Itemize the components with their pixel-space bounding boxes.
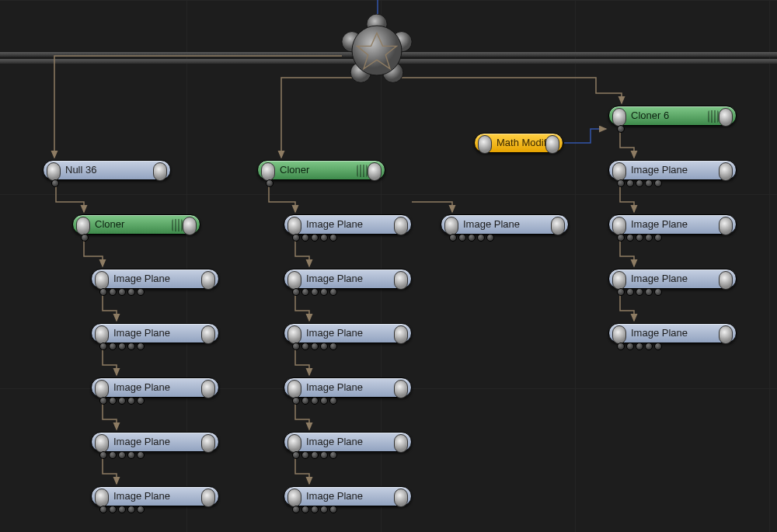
port-icon[interactable] xyxy=(329,506,337,513)
node-handle-right[interactable] xyxy=(394,380,408,398)
node-handle-left[interactable] xyxy=(95,325,109,344)
node-handle-left[interactable] xyxy=(444,217,458,235)
node-handle-left[interactable] xyxy=(95,489,109,507)
port-icon[interactable] xyxy=(617,342,625,350)
port-icon[interactable] xyxy=(301,288,309,296)
node-handle-right[interactable] xyxy=(719,325,733,344)
node-n_clonerB[interactable]: Cloner xyxy=(257,160,385,180)
port-icon[interactable] xyxy=(329,288,337,296)
port-icon[interactable] xyxy=(626,342,634,350)
node-n_ip_a3[interactable]: Image Plane xyxy=(91,377,219,398)
node-handle-right[interactable] xyxy=(201,380,215,398)
port-icon[interactable] xyxy=(320,451,328,459)
port-icon[interactable] xyxy=(99,342,107,350)
port-icon[interactable] xyxy=(311,342,319,350)
node-n_ip_a4[interactable]: Image Plane xyxy=(91,432,219,452)
port-icon[interactable] xyxy=(311,288,319,296)
port-icon[interactable] xyxy=(645,288,653,296)
port-icon[interactable] xyxy=(99,397,107,405)
port-icon[interactable] xyxy=(654,288,662,296)
port-icon[interactable] xyxy=(311,451,319,459)
port-icon[interactable] xyxy=(617,288,625,296)
port-icon[interactable] xyxy=(127,397,135,405)
node-handle-left[interactable] xyxy=(612,325,626,344)
port-icon[interactable] xyxy=(320,506,328,513)
node-n_ip_b1[interactable]: Image Plane xyxy=(284,214,412,235)
port-icon[interactable] xyxy=(99,451,107,459)
node-handle-right[interactable] xyxy=(394,217,408,235)
port-icon[interactable] xyxy=(127,342,135,350)
port-icon[interactable] xyxy=(118,342,126,350)
port-icon[interactable] xyxy=(301,397,309,405)
node-handle-left[interactable] xyxy=(261,162,275,181)
node-handle-left[interactable] xyxy=(95,380,109,398)
node-n_ip_a1[interactable]: Image Plane xyxy=(91,269,219,289)
port-icon[interactable] xyxy=(329,234,337,242)
port-icon[interactable] xyxy=(292,288,300,296)
port-icon[interactable] xyxy=(311,234,319,242)
node-handle-left[interactable] xyxy=(287,434,301,453)
port-icon[interactable] xyxy=(292,506,300,513)
port-icon[interactable] xyxy=(636,288,643,296)
port-icon[interactable] xyxy=(645,234,653,242)
port-icon[interactable] xyxy=(617,179,625,187)
node-n_ip_b3[interactable]: Image Plane xyxy=(284,323,412,343)
port-icon[interactable] xyxy=(137,451,145,459)
node-n_math[interactable]: Math Modifi… xyxy=(474,133,563,153)
node-handle-right[interactable] xyxy=(545,135,559,154)
node-n_ip_bSide[interactable]: Image Plane xyxy=(441,214,569,235)
node-n_ip_b2[interactable]: Image Plane xyxy=(284,269,412,289)
node-n_cloner6[interactable]: Cloner 6 xyxy=(608,106,737,126)
port-icon[interactable] xyxy=(320,397,328,405)
node-handle-right[interactable] xyxy=(201,489,215,507)
port-icon[interactable] xyxy=(118,506,126,513)
port-icon[interactable] xyxy=(311,506,319,513)
port-icon[interactable] xyxy=(109,342,117,350)
port-icon[interactable] xyxy=(51,179,59,187)
node-handle-right[interactable] xyxy=(719,108,733,127)
node-handle-left[interactable] xyxy=(287,489,301,507)
port-icon[interactable] xyxy=(292,397,300,405)
port-icon[interactable] xyxy=(292,342,300,350)
node-handle-right[interactable] xyxy=(394,489,408,507)
port-icon[interactable] xyxy=(654,234,662,242)
port-icon[interactable] xyxy=(329,342,337,350)
port-icon[interactable] xyxy=(137,288,145,296)
port-icon[interactable] xyxy=(118,451,126,459)
node-handle-right[interactable] xyxy=(551,217,565,235)
node-handle-right[interactable] xyxy=(719,162,733,181)
port-icon[interactable] xyxy=(636,342,643,350)
port-icon[interactable] xyxy=(329,397,337,405)
port-icon[interactable] xyxy=(118,288,126,296)
node-handle-left[interactable] xyxy=(612,108,626,127)
node-handle-left[interactable] xyxy=(47,162,61,181)
node-handle-right[interactable] xyxy=(719,271,733,290)
port-icon[interactable] xyxy=(127,288,135,296)
port-icon[interactable] xyxy=(109,506,117,513)
port-icon[interactable] xyxy=(118,397,126,405)
port-icon[interactable] xyxy=(292,234,300,242)
port-icon[interactable] xyxy=(617,125,625,133)
node-handle-right[interactable] xyxy=(368,162,382,181)
port-icon[interactable] xyxy=(626,179,634,187)
node-handle-right[interactable] xyxy=(394,325,408,344)
port-icon[interactable] xyxy=(626,234,634,242)
port-icon[interactable] xyxy=(266,179,274,187)
node-handle-right[interactable] xyxy=(719,217,733,235)
port-icon[interactable] xyxy=(109,288,117,296)
port-icon[interactable] xyxy=(301,342,309,350)
port-icon[interactable] xyxy=(301,451,309,459)
port-icon[interactable] xyxy=(458,234,466,242)
port-icon[interactable] xyxy=(109,451,117,459)
node-handle-left[interactable] xyxy=(95,271,109,290)
port-icon[interactable] xyxy=(99,506,107,513)
node-handle-right[interactable] xyxy=(201,325,215,344)
node-handle-left[interactable] xyxy=(612,217,626,235)
node-n_ip_b6[interactable]: Image Plane xyxy=(284,486,412,506)
node-handle-right[interactable] xyxy=(394,434,408,453)
node-n_ip_b5[interactable]: Image Plane xyxy=(284,432,412,452)
port-icon[interactable] xyxy=(645,342,653,350)
node-handle-left[interactable] xyxy=(287,325,301,344)
port-icon[interactable] xyxy=(137,506,145,513)
node-n_ip_c3[interactable]: Image Plane xyxy=(608,269,737,289)
